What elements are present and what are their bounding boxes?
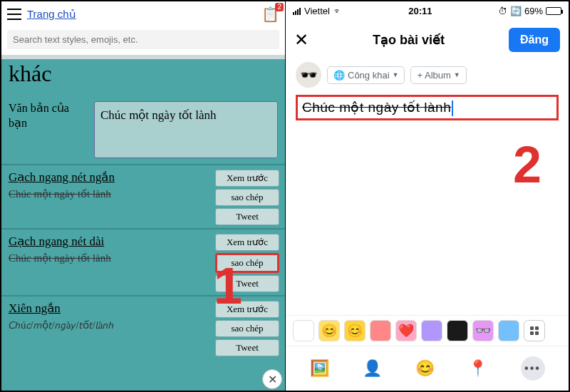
post-button[interactable]: Đăng <box>509 28 560 52</box>
close-icon[interactable]: ✕ <box>294 30 309 50</box>
globe-icon: 🌐 <box>333 70 345 81</box>
tweet-button[interactable]: Tweet <box>215 208 279 225</box>
search-bar <box>1 27 285 55</box>
style-block: Gạch ngang nét ngắn Chúc một ngày tốt là… <box>1 164 285 228</box>
bg-option[interactable] <box>498 320 519 341</box>
composer-text[interactable]: Chúc một ngày tốt lành <box>296 95 559 120</box>
more-actions-button[interactable]: ••• <box>521 356 545 381</box>
chevron-down-icon: ▼ <box>454 71 460 78</box>
tweet-button[interactable]: Tweet <box>215 339 279 356</box>
background-picker-row: 😊😊❤️👓 <box>286 315 569 346</box>
tag-friend-icon[interactable]: 👤 <box>363 359 382 378</box>
style-sample: Chúc một ngày tốt lành <box>9 187 208 200</box>
bg-option[interactable]: 😊 <box>344 320 366 341</box>
style-title: Gạch ngang nét ngắn <box>9 170 208 185</box>
battery-percent: 69% <box>524 6 543 16</box>
copy-button[interactable]: sao chép <box>215 320 279 337</box>
search-input[interactable] <box>7 30 279 49</box>
bg-option[interactable]: 😊 <box>318 320 340 341</box>
compose-title: Tạo bài viết <box>309 32 509 48</box>
bg-option[interactable] <box>421 320 442 341</box>
left-topbar: Trang chủ 📋2 <box>1 1 285 27</box>
home-link[interactable]: Trang chủ <box>27 8 76 21</box>
section-heading: khác <box>1 59 285 96</box>
composer-meta: 🕶️ 🌐 Công khai ▼ + Album ▼ <box>286 59 569 91</box>
tweet-button[interactable]: Tweet <box>215 275 279 292</box>
bg-option[interactable] <box>293 320 314 341</box>
carrier-label: Viettel <box>304 6 330 16</box>
user-text-row: Văn bản của bạn Chúc một ngày tốt lành <box>1 96 285 164</box>
left-panel: Trang chủ 📋2 khác Văn bản của bạn Chúc m… <box>1 1 285 391</box>
preview-button[interactable]: Xem trước <box>215 234 279 251</box>
bg-option[interactable]: ❤️ <box>395 320 417 341</box>
user-textarea[interactable]: Chúc một ngày tốt lành <box>94 101 278 158</box>
menu-icon[interactable] <box>7 9 21 20</box>
style-block: Gạch ngang nét dài Chúc một ngày tốt làn… <box>1 228 285 295</box>
composer-actions: 🖼️ 👤 😊 📍 ••• <box>286 346 569 391</box>
input-label: Văn bản của bạn <box>9 101 87 131</box>
bg-option[interactable]: 👓 <box>472 320 494 341</box>
location-icon[interactable]: 📍 <box>468 359 487 378</box>
style-sample: Chúc một ngày tốt lành <box>9 252 208 264</box>
avatar[interactable]: 🕶️ <box>296 62 321 88</box>
copy-button[interactable]: sao chép <box>215 189 279 206</box>
bg-option[interactable] <box>447 320 468 341</box>
battery-icon <box>546 7 561 15</box>
clipboard-icon[interactable]: 📋2 <box>261 6 279 23</box>
album-chip[interactable]: + Album ▼ <box>410 66 466 84</box>
photo-icon[interactable]: 🖼️ <box>310 359 329 378</box>
text-cursor <box>452 100 453 116</box>
style-sample: 𝘊𝘩ú𝘤/𝘮ộ𝘵/𝘯𝘨à𝘺/𝘵ố𝘵/𝘭à𝘯𝘩 <box>9 319 208 331</box>
rotation-lock-icon: 🔄 <box>510 6 522 16</box>
preview-button[interactable]: Xem trước <box>215 301 279 318</box>
chevron-down-icon: ▼ <box>393 71 399 78</box>
bg-more-button[interactable] <box>524 320 545 341</box>
copy-button[interactable]: sao chép <box>215 253 279 273</box>
status-bar: Viettel ᯤ 20:11 ⏱ 🔄 69% <box>286 1 569 21</box>
right-panel: Viettel ᯤ 20:11 ⏱ 🔄 69% ✕ Tạo bài viết Đ… <box>285 1 569 391</box>
compose-titlebar: ✕ Tạo bài viết Đăng <box>286 21 569 59</box>
audience-chip[interactable]: 🌐 Công khai ▼ <box>327 66 405 84</box>
wifi-icon: ᯤ <box>333 6 343 16</box>
style-title: Gạch ngang nét dài <box>9 234 208 249</box>
close-fab[interactable]: ✕ <box>262 369 282 389</box>
style-block: Xiên ngắn 𝘊𝘩ú𝘤/𝘮ộ𝘵/𝘯𝘨à𝘺/𝘵ố𝘵/𝘭à𝘯𝘩 Xem trư… <box>1 295 285 359</box>
status-time: 20:11 <box>343 6 498 16</box>
preview-button[interactable]: Xem trước <box>215 170 279 187</box>
style-title: Xiên ngắn <box>9 301 208 316</box>
alarm-icon: ⏱ <box>498 6 507 16</box>
signal-icon <box>293 8 301 15</box>
notification-badge: 2 <box>275 3 284 11</box>
bg-option[interactable] <box>370 320 391 341</box>
feeling-icon[interactable]: 😊 <box>415 359 435 378</box>
